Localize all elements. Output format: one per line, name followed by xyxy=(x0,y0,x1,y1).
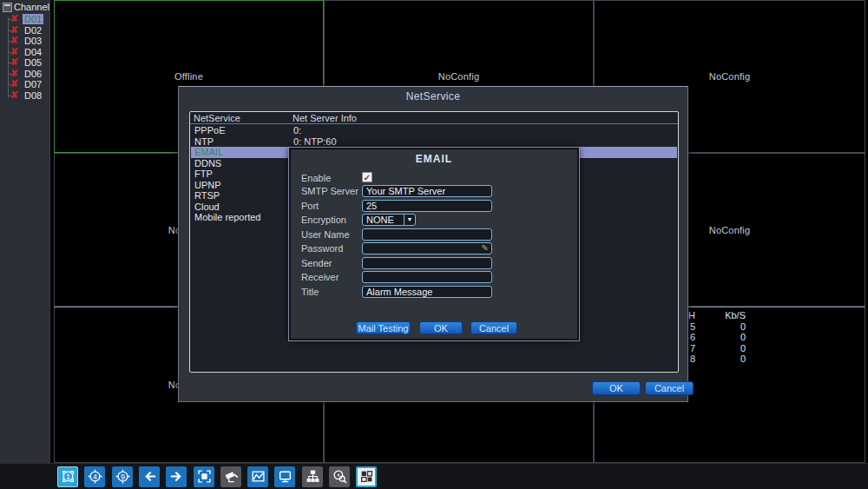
service-info: 0: NTP:60 xyxy=(293,136,337,147)
channel-tree-root[interactable]: Channel xyxy=(3,2,49,12)
service-name: NTP xyxy=(194,136,214,147)
encryption-value: NONE xyxy=(366,215,394,225)
service-name: Mobile reported xyxy=(194,212,260,222)
next-page-button[interactable] xyxy=(166,466,187,487)
sidebar-item-d05[interactable]: ✘D05 xyxy=(0,57,50,68)
sidebar-item-d03[interactable]: ✘D03 xyxy=(0,36,50,46)
channel-grid-button[interactable] xyxy=(356,466,377,487)
svg-text:1: 1 xyxy=(65,472,69,480)
smtp-label: SMTP Server xyxy=(301,186,358,196)
channel-label: D03 xyxy=(23,36,43,46)
image-wave-button[interactable] xyxy=(247,466,268,487)
dvr-main-screen: OfflineNoConfigNoConfigNoConfigNoConfigN… xyxy=(0,0,868,489)
display-button[interactable] xyxy=(274,466,295,487)
bitrate-value: 0 xyxy=(695,321,746,333)
sender-input[interactable] xyxy=(362,257,492,269)
netservice-row-pppoe[interactable]: PPPoE0: xyxy=(191,125,677,136)
bitrate-value: 0 xyxy=(695,354,746,365)
pen-icon: ✎ xyxy=(482,243,489,254)
svg-text:9: 9 xyxy=(120,472,124,480)
cell-status-label: NoConfig xyxy=(438,71,479,82)
channel-label: D06 xyxy=(23,69,43,79)
view-1-icon: 1 xyxy=(61,469,76,486)
channel-root-label: Channel xyxy=(14,2,49,12)
channel-sidebar: Channel ✘D01✘D02✘D03✘D04✘D05✘D06✘D07✘D08 xyxy=(0,0,50,463)
offline-x-icon: ✘ xyxy=(10,56,18,68)
sidebar-item-d08[interactable]: ✘D08 xyxy=(0,90,50,101)
offline-x-icon: ✘ xyxy=(10,89,18,101)
bottom-toolbar: 149 xyxy=(0,463,868,489)
sender-label: Sender xyxy=(301,258,332,268)
email-cancel-button[interactable]: Cancel xyxy=(470,321,517,334)
offline-x-icon: ✘ xyxy=(10,68,18,79)
network-tree-icon xyxy=(306,469,320,486)
email-dialog-title: EMAIL xyxy=(291,153,577,165)
password-input[interactable]: ✎ xyxy=(362,242,492,254)
email-ok-button[interactable]: OK xyxy=(419,321,463,334)
bitrate-kbs-header: Kb/S xyxy=(695,310,746,321)
channel-label: D02 xyxy=(23,25,43,36)
sidebar-item-d01[interactable]: ✘D01 xyxy=(0,14,50,24)
arrow-right-icon xyxy=(169,469,184,486)
username-label: User Name xyxy=(301,229,350,240)
cell-status-label: Offline xyxy=(174,71,203,82)
ptz-button[interactable] xyxy=(220,466,241,487)
sidebar-item-d06[interactable]: ✘D06 xyxy=(0,69,50,79)
service-info: 0: xyxy=(293,125,301,135)
service-name: PPPoE xyxy=(194,125,225,135)
window-icon xyxy=(3,3,12,12)
title-input[interactable]: Alarm Message xyxy=(362,286,492,298)
offline-x-icon: ✘ xyxy=(10,78,18,89)
network-button[interactable] xyxy=(302,466,323,487)
encryption-select[interactable]: NONE ▼ xyxy=(362,214,416,226)
enable-checkbox[interactable]: ✓ xyxy=(362,172,372,182)
channel-label: D04 xyxy=(23,47,43,57)
wave-icon xyxy=(251,469,266,486)
port-input[interactable]: 25 xyxy=(362,200,492,212)
username-input[interactable] xyxy=(362,228,492,241)
offline-x-icon: ✘ xyxy=(10,13,18,24)
password-label: Password xyxy=(301,243,343,254)
title-label: Title xyxy=(301,287,319,297)
offline-x-icon: ✘ xyxy=(10,46,18,57)
stop-tour-button[interactable] xyxy=(194,466,214,487)
stop-square-icon xyxy=(197,469,212,486)
column-header-info: Net Server Info xyxy=(293,113,357,123)
enable-label: Enable xyxy=(301,173,331,183)
receiver-label: Receiver xyxy=(301,272,339,282)
cell-status-label: NoConfig xyxy=(709,71,750,82)
view-4-icon: 4 xyxy=(88,469,102,486)
service-name: DDNS xyxy=(194,158,221,169)
sidebar-item-d02[interactable]: ✘D02 xyxy=(0,25,50,36)
netservice-dialog-title: NetService xyxy=(179,90,687,102)
channel-label: D05 xyxy=(23,57,43,68)
svg-text:4: 4 xyxy=(92,472,96,480)
prev-page-button[interactable] xyxy=(139,466,160,487)
netservice-cancel-button[interactable]: Cancel xyxy=(645,381,694,395)
chevron-down-icon: ▼ xyxy=(404,215,415,225)
netservice-ok-button[interactable]: OK xyxy=(592,381,641,395)
bitrate-value: 0 xyxy=(695,332,746,343)
view-1-button[interactable]: 1 xyxy=(57,466,78,487)
grid-config-icon xyxy=(359,469,374,486)
sidebar-item-d04[interactable]: ✘D04 xyxy=(0,47,50,57)
mail-testing-button[interactable]: Mail Testing xyxy=(356,321,411,334)
view-4-button[interactable]: 4 xyxy=(84,466,105,487)
arrow-left-icon xyxy=(142,469,157,486)
disk-search-button[interactable] xyxy=(329,466,350,487)
channel-label: D01 xyxy=(23,14,43,24)
netservice-row-ntp[interactable]: NTP0: NTP:60 xyxy=(191,136,677,148)
disk-search-icon xyxy=(332,469,347,486)
view-9-button[interactable]: 9 xyxy=(112,466,133,487)
view-9-icon: 9 xyxy=(115,469,130,486)
ptz-camera-icon xyxy=(224,469,239,486)
smtp-server-input[interactable]: Your SMTP Server xyxy=(362,185,492,197)
service-name: FTP xyxy=(194,169,213,179)
service-name: UPNP xyxy=(194,180,221,190)
bitrate-value: 0 xyxy=(695,343,746,354)
sidebar-item-d07[interactable]: ✘D07 xyxy=(0,79,50,89)
service-name: Cloud xyxy=(194,202,220,212)
column-header-netservice: NetService xyxy=(194,113,240,123)
receiver-input[interactable] xyxy=(362,271,492,283)
service-name: EMAIL xyxy=(194,147,223,157)
